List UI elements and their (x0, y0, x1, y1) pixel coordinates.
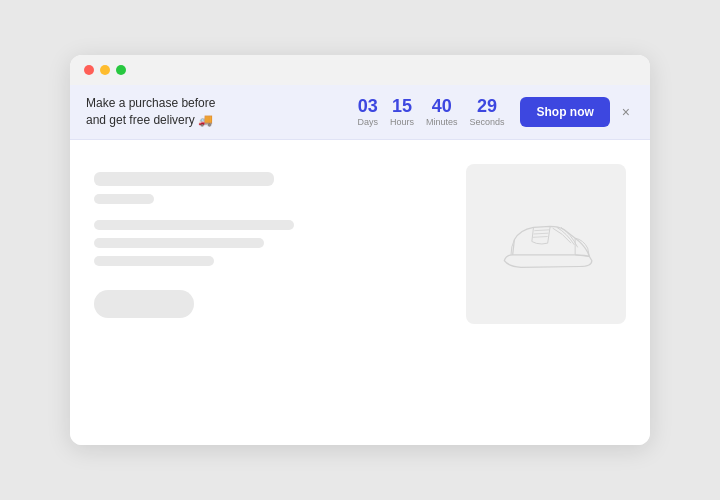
countdown-days: 03 Days (357, 97, 378, 127)
skeleton-line-1 (94, 220, 294, 230)
browser-chrome (70, 55, 650, 85)
product-image-box (466, 164, 626, 324)
svg-line-1 (534, 233, 549, 234)
skeleton-cta-button (94, 290, 194, 318)
banner-text: Make a purchase beforeand get free deliv… (86, 95, 215, 129)
minutes-value: 40 (432, 97, 452, 115)
close-banner-button[interactable]: × (618, 102, 634, 122)
shoe-icon (496, 214, 596, 274)
seconds-label: Seconds (469, 117, 504, 127)
days-value: 03 (358, 97, 378, 115)
promo-banner: Make a purchase beforeand get free deliv… (70, 85, 650, 140)
minutes-label: Minutes (426, 117, 458, 127)
dot-green[interactable] (116, 65, 126, 75)
svg-line-0 (534, 229, 549, 230)
skeleton-title (94, 172, 274, 186)
countdown-seconds: 29 Seconds (469, 97, 504, 127)
browser-window: Make a purchase beforeand get free deliv… (70, 55, 650, 445)
content-right (466, 164, 626, 421)
skeleton-title-group (94, 172, 442, 204)
hours-label: Hours (390, 117, 414, 127)
countdown-hours: 15 Hours (390, 97, 414, 127)
banner-left: Make a purchase beforeand get free deliv… (86, 95, 341, 129)
seconds-value: 29 (477, 97, 497, 115)
days-label: Days (357, 117, 378, 127)
countdown-minutes: 40 Minutes (426, 97, 458, 127)
dot-red[interactable] (84, 65, 94, 75)
skeleton-button-group (94, 282, 442, 318)
skeleton-line-3 (94, 256, 214, 266)
skeleton-description-group (94, 220, 442, 266)
dot-yellow[interactable] (100, 65, 110, 75)
content-left (94, 164, 442, 421)
skeleton-line-2 (94, 238, 264, 248)
hours-value: 15 (392, 97, 412, 115)
page-content (70, 140, 650, 445)
shop-now-button[interactable]: Shop now (520, 97, 609, 127)
countdown: 03 Days 15 Hours 40 Minutes 29 Seconds (357, 97, 504, 127)
svg-line-2 (533, 236, 548, 237)
skeleton-subtitle (94, 194, 154, 204)
